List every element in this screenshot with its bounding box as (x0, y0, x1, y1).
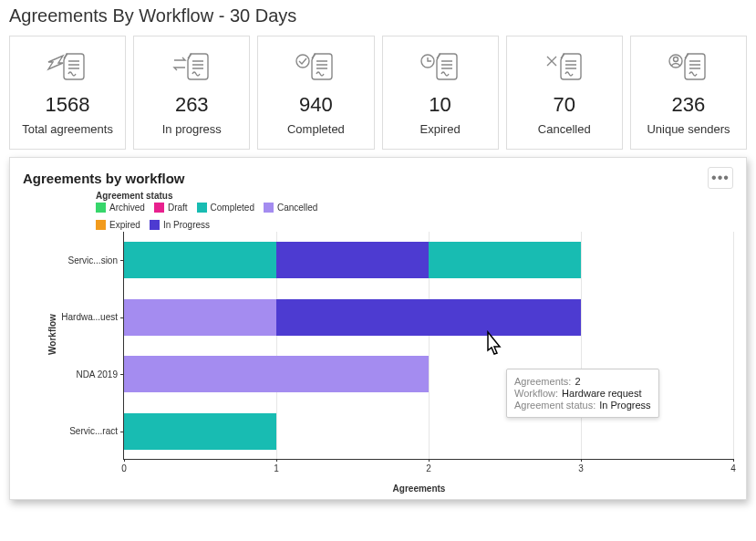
stat-value: 70 (554, 93, 575, 117)
more-icon: ••• (711, 175, 730, 181)
category-label: Hardwa...uest (68, 289, 123, 347)
more-options-button[interactable]: ••• (708, 167, 733, 189)
stat-in-progress: 263 In progress (133, 36, 250, 150)
category-label: Servic...sion (68, 232, 123, 289)
legend-swatch (197, 203, 207, 213)
x-tick: 0 (121, 463, 127, 473)
stat-label: Unique senders (647, 122, 730, 136)
bar-row[interactable] (124, 413, 276, 450)
stat-value: 10 (429, 93, 450, 117)
legend-swatch (150, 220, 160, 230)
legend-item[interactable]: Archived (96, 203, 145, 213)
bar-row[interactable] (124, 299, 581, 336)
expired-icon (419, 49, 461, 88)
legend-label: In Progress (163, 220, 210, 230)
bar-segment[interactable] (124, 356, 429, 392)
stats-row: 1568 Total agreements 263 In progress (9, 36, 747, 150)
legend-label: Cancelled (277, 203, 317, 213)
category-label: Servic...ract (68, 403, 123, 461)
stat-label: In progress (162, 122, 222, 136)
bar-segment[interactable] (124, 413, 276, 450)
stat-label: Completed (287, 122, 345, 136)
stat-unique-senders: 236 Unique senders (630, 36, 747, 150)
legend-swatch (264, 203, 274, 213)
legend-title: Agreement status (96, 191, 733, 201)
bar-row[interactable] (124, 356, 429, 392)
stat-total-agreements: 1568 Total agreements (9, 36, 126, 150)
stat-label: Total agreements (22, 122, 113, 136)
chart-card: Agreements by workflow ••• Agreement sta… (9, 157, 747, 500)
svg-point-3 (673, 57, 678, 62)
legend-swatch (96, 203, 106, 213)
legend-item[interactable]: Draft (154, 203, 188, 213)
x-axis-label: Agreements (105, 484, 733, 494)
chart-title: Agreements by workflow (23, 171, 185, 186)
stat-label: Expired (420, 122, 461, 136)
x-tick: 1 (274, 463, 279, 473)
stat-cancelled: 70 Cancelled (506, 36, 623, 150)
bar-segment-overflow[interactable] (429, 242, 581, 278)
stat-value: 1568 (46, 93, 90, 117)
legend-label: Completed (211, 203, 254, 213)
x-tick: 4 (730, 463, 736, 473)
legend-item[interactable]: Cancelled (264, 203, 317, 213)
legend-label: Draft (168, 203, 188, 213)
stat-value: 263 (175, 93, 209, 117)
progress-icon (171, 49, 212, 88)
stat-label: Cancelled (538, 122, 591, 136)
completed-icon (295, 49, 337, 88)
bar-segment[interactable] (124, 242, 276, 278)
legend-swatch (96, 220, 106, 230)
legend-item[interactable]: Completed (197, 203, 254, 213)
x-tick: 3 (578, 463, 584, 473)
bar-segment[interactable] (276, 299, 581, 336)
category-label: NDA 2019 (68, 346, 123, 403)
bar-segment[interactable] (124, 299, 276, 336)
y-axis-label: Workflow (47, 314, 57, 355)
legend-item[interactable]: Expired (96, 220, 140, 230)
stat-completed: 940 Completed (257, 36, 374, 150)
chart-plot-area[interactable]: Workflow Servic...sionHardwa...uestNDA 2… (68, 232, 733, 460)
legend-swatch (154, 203, 164, 213)
svg-point-0 (296, 55, 309, 68)
x-tick: 2 (426, 463, 431, 473)
legend-item[interactable]: In Progress (150, 220, 210, 230)
chart-legend: Agreement status ArchivedDraftCompletedC… (96, 191, 733, 230)
legend-label: Archived (109, 203, 145, 213)
cancelled-icon (544, 49, 585, 88)
stat-value: 940 (299, 93, 333, 117)
chart-tooltip: Agreements:2 Workflow:Hardware request A… (506, 369, 659, 418)
legend-label: Expired (109, 220, 140, 230)
stat-value: 236 (672, 93, 706, 117)
stat-expired: 10 Expired (382, 36, 499, 150)
user-icon (668, 49, 709, 88)
bar-row[interactable] (124, 242, 581, 278)
bar-segment[interactable] (276, 242, 429, 278)
page-title: Agreements By Workflow - 30 Days (9, 5, 747, 26)
send-icon (47, 49, 88, 88)
